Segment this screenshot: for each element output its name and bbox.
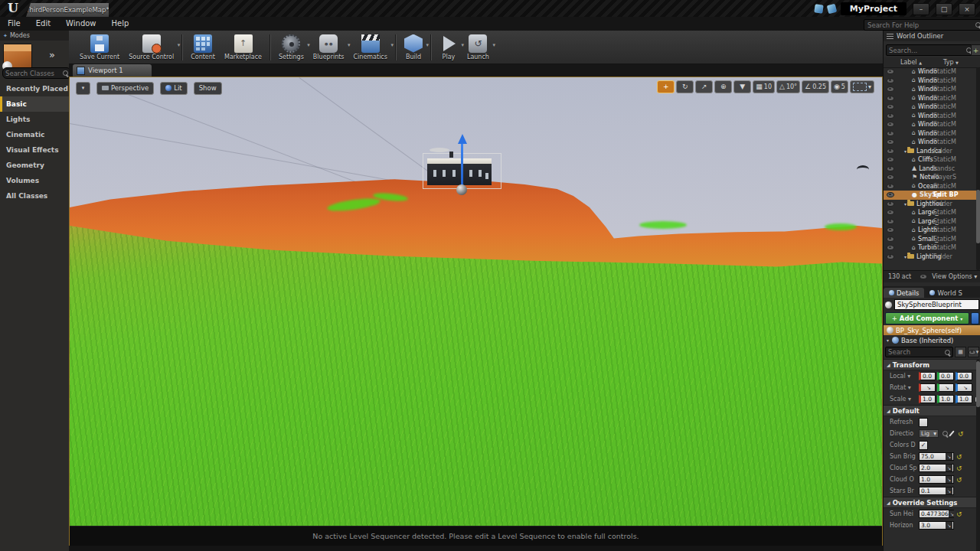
outliner-row[interactable]: ⌂TurbinStaticM bbox=[884, 243, 980, 253]
viewport-layout-button[interactable]: ▾ bbox=[850, 80, 874, 93]
details-scrollbar[interactable] bbox=[976, 360, 980, 551]
axis-input[interactable]: ↘ bbox=[937, 383, 954, 392]
axis-input[interactable]: 0.0 bbox=[956, 372, 972, 380]
gizmo-z-axis[interactable] bbox=[461, 143, 463, 187]
place-mode-thumbnail[interactable] bbox=[3, 44, 32, 70]
section-header-default[interactable]: ◢Default bbox=[884, 405, 980, 416]
mode-item-all-classes[interactable]: All Classes bbox=[0, 188, 69, 204]
expander-icon[interactable]: ▾ bbox=[887, 337, 889, 343]
spinner-icon[interactable]: ↘ bbox=[946, 476, 952, 483]
component-row[interactable]: ▾Base (Inherited) bbox=[884, 335, 980, 345]
spinner-icon[interactable]: ↘ bbox=[946, 453, 952, 460]
outliner-row[interactable]: ⌂CliffsStaticM bbox=[884, 155, 980, 165]
level-tab[interactable]: ThirdPersonExampleMap* bbox=[26, 3, 109, 17]
world-local-toggle-button[interactable]: ⊕ bbox=[714, 80, 732, 93]
world-outliner-header[interactable]: World Outliner bbox=[884, 31, 980, 41]
number-input[interactable]: 75.0↘ bbox=[919, 452, 954, 461]
checkbox[interactable]: ✓ bbox=[919, 441, 928, 450]
add-component-button[interactable]: +Add Component▾ bbox=[885, 312, 969, 324]
number-input[interactable]: 3.0↘ bbox=[919, 521, 954, 530]
visibility-eye-icon[interactable] bbox=[887, 184, 894, 189]
actor-name-field[interactable]: SkySphereBlueprint bbox=[894, 299, 979, 310]
number-input[interactable]: 1.0↘ bbox=[919, 475, 954, 484]
mode-item-lights[interactable]: Lights bbox=[0, 112, 69, 127]
outliner-search-input[interactable]: Search... bbox=[886, 44, 975, 56]
mode-item-volumes[interactable]: Volumes bbox=[0, 173, 69, 188]
edit-bp-link[interactable]: Edit BP bbox=[933, 191, 959, 198]
toolbar-cinematics-button[interactable]: Cinematics▾ bbox=[354, 34, 387, 60]
toolbar-settings-button[interactable]: Settings▾ bbox=[279, 34, 304, 60]
mode-item-basic[interactable]: Basic bbox=[0, 96, 69, 112]
visibility-eye-icon[interactable] bbox=[887, 139, 894, 145]
axis-input[interactable]: 1.0 bbox=[919, 395, 936, 403]
type-column-header[interactable]: Typ ▼ bbox=[943, 59, 959, 66]
tab-details[interactable]: Details bbox=[884, 288, 924, 298]
chevron-down-icon[interactable]: ▾ bbox=[492, 42, 495, 48]
gizmo-z-arrowhead[interactable] bbox=[458, 134, 467, 144]
spinner-icon[interactable]: ↘ bbox=[949, 510, 956, 517]
number-input[interactable]: 0.477306↘ bbox=[919, 510, 954, 518]
visibility-eye-icon[interactable] bbox=[887, 122, 894, 127]
reset-to-default-icon[interactable]: ↺ bbox=[958, 430, 964, 438]
gizmo-origin-handle[interactable] bbox=[456, 184, 467, 195]
help-search-input[interactable]: Search For Help bbox=[864, 19, 980, 31]
rotation-snap-button[interactable]: △10° bbox=[776, 80, 800, 93]
checkbox[interactable] bbox=[919, 418, 928, 427]
label-column-header[interactable]: Label ▲ bbox=[900, 59, 922, 66]
tab-world-s[interactable]: World S bbox=[924, 288, 967, 298]
house-roof[interactable] bbox=[427, 158, 492, 164]
visibility-eye-icon[interactable] bbox=[887, 245, 894, 250]
minimize-button[interactable]: – bbox=[913, 3, 929, 15]
modes-expand-button[interactable]: » bbox=[49, 49, 55, 60]
visibility-eye-icon[interactable] bbox=[887, 201, 894, 207]
visibility-eye-icon[interactable] bbox=[887, 254, 894, 259]
outliner-add-button[interactable]: + bbox=[971, 44, 980, 56]
camera-speed-button[interactable]: ◉5 bbox=[831, 80, 848, 93]
grass-field[interactable] bbox=[70, 223, 882, 526]
house[interactable] bbox=[427, 164, 492, 185]
reset-to-default-icon[interactable]: ↺ bbox=[956, 453, 962, 461]
viewport-tab[interactable]: Viewport 1 bbox=[73, 64, 152, 77]
perspective-button[interactable]: Perspective bbox=[96, 82, 154, 95]
section-header-override-settings[interactable]: ◢Override Settings bbox=[884, 497, 980, 508]
visibility-eye-icon[interactable] bbox=[887, 148, 894, 154]
menu-help[interactable]: Help bbox=[104, 17, 137, 31]
grid-snap-button[interactable]: ▦10 bbox=[753, 80, 775, 93]
outliner-row[interactable]: ⌂WindoStaticM bbox=[884, 112, 980, 121]
visibility-eye-icon[interactable] bbox=[887, 166, 894, 171]
details-search-input[interactable]: Search bbox=[885, 347, 953, 357]
modes-search-input[interactable]: Search Classes bbox=[2, 67, 71, 79]
search-icon[interactable] bbox=[942, 431, 948, 436]
menu-file[interactable]: File bbox=[0, 17, 28, 31]
chevron-down-icon[interactable]: ▾ bbox=[178, 42, 181, 48]
axis-input[interactable]: ↘ bbox=[956, 383, 972, 392]
viewport-options-button[interactable]: ▾ bbox=[76, 82, 90, 95]
scale-snap-button[interactable]: ∠0.25 bbox=[802, 80, 829, 93]
outliner-row[interactable]: ▾LightingFolder bbox=[884, 253, 980, 262]
outliner-row[interactable]: ▾LandscaFolder bbox=[884, 147, 980, 156]
chevron-down-icon[interactable]: ▾ bbox=[390, 42, 394, 48]
outliner-row[interactable]: ⌂Large_StaticM bbox=[884, 217, 980, 227]
mode-item-recently-placed[interactable]: Recently Placed bbox=[0, 81, 69, 96]
component-row[interactable]: BP_Sky_Sphere(self) bbox=[884, 325, 980, 335]
eyedropper-icon[interactable] bbox=[949, 430, 954, 436]
pointer-icon[interactable] bbox=[827, 4, 837, 14]
expander-icon[interactable]: ▾ bbox=[904, 254, 906, 259]
toolbar-launch-button[interactable]: Launch▾ bbox=[467, 34, 489, 60]
visibility-eye-icon[interactable] bbox=[887, 192, 894, 197]
visibility-eye-icon[interactable] bbox=[887, 86, 894, 92]
rotate-tool-button[interactable]: ↻ bbox=[676, 80, 694, 93]
modes-panel-header[interactable]: ✦ Modes bbox=[0, 31, 69, 41]
reset-to-default-icon[interactable]: ↺ bbox=[956, 510, 962, 518]
toolbar-play-button[interactable]: Play▾ bbox=[439, 34, 458, 60]
property-matrix-icon[interactable]: ▦ bbox=[955, 347, 966, 357]
outliner-row[interactable]: ●SkySpEdit BP bbox=[884, 191, 980, 200]
view-options-button[interactable]: View Options ▾ bbox=[932, 273, 977, 280]
chevron-down-icon[interactable]: ▾ bbox=[461, 42, 464, 48]
section-header-transform[interactable]: ◢Transform bbox=[884, 359, 980, 370]
outliner-row[interactable]: ⌂WindoStaticM bbox=[884, 129, 980, 139]
feedback-icon[interactable] bbox=[814, 4, 823, 13]
edit-blueprint-button[interactable] bbox=[971, 312, 979, 324]
visibility-eye-icon[interactable] bbox=[887, 219, 894, 224]
outliner-row[interactable]: ⌂Large_StaticM bbox=[884, 208, 980, 217]
